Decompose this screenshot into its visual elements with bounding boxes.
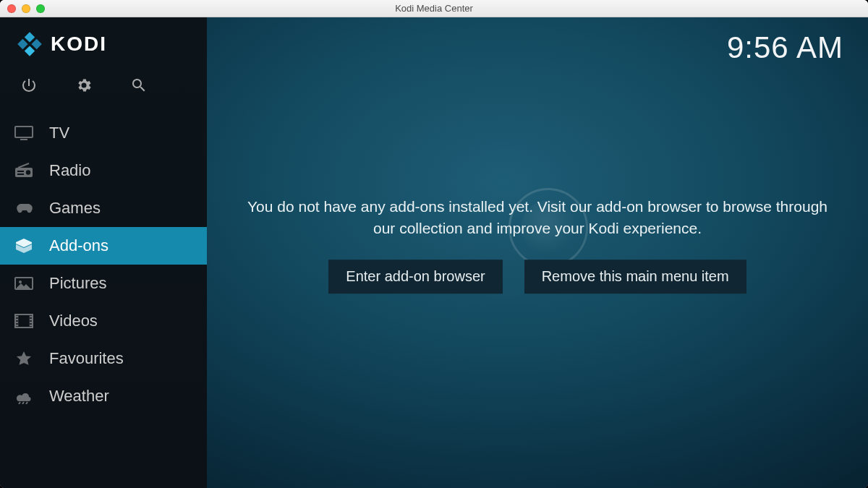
svg-rect-22 (30, 322, 32, 323)
svg-rect-20 (30, 316, 32, 317)
app-window: Kodi Media Center KODI (0, 0, 868, 488)
window-title: Kodi Media Center (0, 3, 868, 14)
sidebar-item-label: Add-ons (49, 236, 109, 255)
sidebar-menu: TV Radio Games Add-ons Pictures (0, 114, 207, 415)
empty-state-message: You do not have any add-ons installed ye… (241, 196, 834, 240)
sidebar-item-addons[interactable]: Add-ons (0, 227, 207, 265)
radio-icon (13, 161, 35, 180)
svg-rect-5 (20, 139, 27, 140)
svg-rect-2 (17, 39, 27, 49)
sidebar-item-label: TV (49, 124, 69, 142)
sidebar-item-label: Favourites (49, 349, 124, 368)
sidebar-item-videos[interactable]: Videos (0, 302, 207, 340)
kodi-logo-icon (17, 32, 42, 56)
sidebar-item-label: Videos (49, 312, 98, 330)
clock: 9:56 AM (727, 30, 843, 65)
enter-addon-browser-button[interactable]: Enter add-on browser (328, 260, 502, 294)
svg-line-26 (26, 402, 27, 404)
svg-rect-23 (30, 325, 32, 326)
svg-rect-18 (16, 322, 18, 323)
svg-line-10 (18, 163, 29, 168)
sidebar-item-label: Games (49, 199, 101, 218)
sidebar: KODI TV Radio (0, 17, 207, 488)
svg-line-25 (22, 402, 24, 404)
remove-menu-item-button[interactable]: Remove this main menu item (524, 260, 746, 294)
svg-rect-9 (17, 174, 24, 175)
svg-rect-1 (31, 39, 41, 49)
power-button[interactable] (20, 77, 38, 94)
film-icon (13, 312, 35, 330)
box-icon (13, 236, 35, 255)
sidebar-item-games[interactable]: Games (0, 189, 207, 227)
star-icon (13, 349, 35, 368)
settings-button[interactable] (75, 77, 93, 94)
sidebar-item-favourites[interactable]: Favourites (0, 340, 207, 377)
sidebar-item-weather[interactable]: Weather (0, 377, 207, 415)
svg-rect-3 (25, 46, 35, 56)
gamepad-icon (13, 199, 35, 218)
search-button[interactable] (130, 77, 148, 94)
weather-icon (13, 387, 35, 406)
svg-rect-4 (15, 127, 33, 137)
svg-rect-21 (30, 319, 32, 320)
svg-line-24 (19, 402, 20, 404)
power-icon (20, 77, 38, 94)
svg-point-12 (19, 281, 22, 283)
gear-icon (75, 77, 93, 94)
svg-rect-17 (16, 319, 18, 320)
svg-rect-0 (25, 32, 35, 42)
sidebar-item-label: Weather (49, 387, 109, 406)
tv-icon (13, 124, 35, 142)
sidebar-item-label: Radio (49, 161, 90, 180)
svg-rect-8 (17, 171, 24, 172)
sidebar-item-tv[interactable]: TV (0, 114, 207, 152)
pictures-icon (13, 274, 35, 293)
main-pane: 9:56 AM You do not have any add-ons inst… (207, 17, 868, 488)
svg-rect-19 (16, 325, 18, 326)
sidebar-item-label: Pictures (49, 274, 106, 293)
brand: KODI (0, 17, 207, 64)
kodi-app: KODI TV Radio (0, 17, 868, 488)
system-icon-row (0, 64, 207, 110)
sidebar-item-pictures[interactable]: Pictures (0, 265, 207, 302)
sidebar-item-radio[interactable]: Radio (0, 152, 207, 189)
brand-name: KODI (51, 33, 107, 56)
search-icon (130, 77, 148, 94)
empty-state-buttons: Enter add-on browser Remove this main me… (328, 260, 746, 294)
svg-rect-16 (16, 316, 18, 317)
mac-titlebar: Kodi Media Center (0, 0, 868, 17)
svg-point-7 (26, 170, 30, 174)
empty-state: You do not have any add-ons installed ye… (207, 196, 868, 294)
